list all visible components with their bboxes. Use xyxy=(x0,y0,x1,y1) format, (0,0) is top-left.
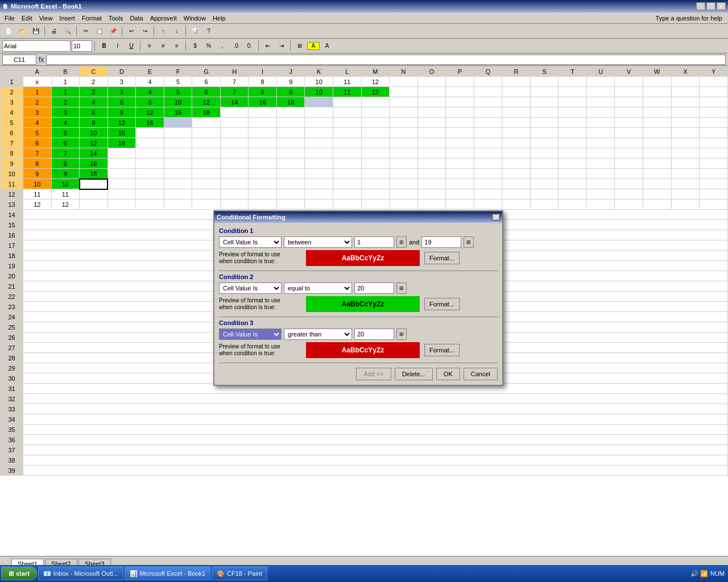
cell-G1[interactable]: 6 xyxy=(192,77,221,87)
condition2-value1-picker[interactable]: ⊞ xyxy=(396,282,407,294)
cell-G8[interactable] xyxy=(192,148,221,159)
cell-O9[interactable] xyxy=(417,159,446,169)
condition1-operator-select[interactable]: between not between equal to not equal t… xyxy=(284,236,352,248)
cell-E11[interactable] xyxy=(136,179,164,189)
cell-K13[interactable] xyxy=(305,199,333,210)
font-color-button[interactable]: A xyxy=(321,40,333,52)
cell-U5[interactable] xyxy=(586,118,615,128)
cell-N8[interactable] xyxy=(390,148,418,159)
col-Y[interactable]: Y xyxy=(700,66,728,77)
cell-Q9[interactable] xyxy=(474,159,502,169)
cell-B13[interactable]: 12 xyxy=(51,199,80,210)
col-E[interactable]: E xyxy=(136,66,164,77)
col-B[interactable]: B xyxy=(51,66,80,77)
cell-R6[interactable] xyxy=(502,128,531,138)
copy-button[interactable]: 📋 xyxy=(93,26,106,37)
cell-T11[interactable] xyxy=(559,179,587,189)
cell-F10[interactable] xyxy=(164,169,192,179)
chart-button[interactable]: 📊 xyxy=(189,26,201,37)
cell-C13[interactable] xyxy=(80,199,108,210)
cell-K9[interactable] xyxy=(305,159,333,169)
cell-P11[interactable] xyxy=(446,179,474,189)
cell-V6[interactable] xyxy=(615,128,643,138)
col-O[interactable]: O xyxy=(417,66,446,77)
cell-P3[interactable] xyxy=(446,97,474,107)
cell-C3[interactable]: 4 xyxy=(80,97,108,107)
cell-I2[interactable]: 8 xyxy=(249,87,277,97)
cell-X13[interactable] xyxy=(671,199,700,210)
font-name-input[interactable] xyxy=(2,40,71,52)
cell-J11[interactable] xyxy=(276,179,305,189)
cell-Q12[interactable] xyxy=(474,189,502,199)
cell-D2[interactable]: 3 xyxy=(107,87,136,97)
cell-K7[interactable] xyxy=(305,138,333,148)
cell-H3[interactable]: 14 xyxy=(220,97,249,107)
cell-W2[interactable] xyxy=(643,87,672,97)
cell-B9[interactable]: 8 xyxy=(51,159,80,169)
cell-Y3[interactable] xyxy=(700,97,728,107)
cell-G5[interactable] xyxy=(192,118,221,128)
bold-button[interactable]: B xyxy=(98,40,110,52)
cell-K3[interactable] xyxy=(305,97,333,107)
cell-E6[interactable] xyxy=(136,128,164,138)
cell-H5[interactable] xyxy=(220,118,249,128)
cell-U4[interactable] xyxy=(586,107,615,118)
menu-format[interactable]: Format xyxy=(78,14,105,23)
cell-V8[interactable] xyxy=(615,148,643,159)
cell-U8[interactable] xyxy=(586,148,615,159)
cell-U7[interactable] xyxy=(586,138,615,148)
cell-M1[interactable]: 12 xyxy=(361,77,390,87)
cell-M2[interactable]: 12 xyxy=(361,87,390,97)
cell-C8[interactable]: 14 xyxy=(80,148,108,159)
cell-V10[interactable] xyxy=(615,169,643,179)
cell-S8[interactable] xyxy=(530,148,559,159)
cell-X11[interactable] xyxy=(671,179,700,189)
help-search[interactable]: Type a question for help xyxy=(656,15,727,22)
cell-V1[interactable] xyxy=(615,77,643,87)
cell-M8[interactable] xyxy=(361,148,390,159)
cell-N4[interactable] xyxy=(390,107,418,118)
cell-H4[interactable] xyxy=(220,107,249,118)
indent-decrease-button[interactable]: ⇤ xyxy=(262,40,274,52)
col-Q[interactable]: Q xyxy=(474,66,502,77)
cell-K5[interactable] xyxy=(305,118,333,128)
cell-W3[interactable] xyxy=(643,97,672,107)
align-center-button[interactable]: ≡ xyxy=(157,40,169,52)
col-V[interactable]: V xyxy=(615,66,643,77)
cell-V12[interactable] xyxy=(615,189,643,199)
cell-H2[interactable]: 7 xyxy=(220,87,249,97)
cell-D10[interactable] xyxy=(107,169,136,179)
cell-D7[interactable]: 18 xyxy=(107,138,136,148)
cell-S9[interactable] xyxy=(530,159,559,169)
cell-F8[interactable] xyxy=(164,148,192,159)
cell-J6[interactable] xyxy=(276,128,305,138)
cell-K8[interactable] xyxy=(305,148,333,159)
cell-A34[interactable] xyxy=(23,414,728,425)
cell-V13[interactable] xyxy=(615,199,643,210)
cell-I9[interactable] xyxy=(249,159,277,169)
cell-U10[interactable] xyxy=(586,169,615,179)
cell-X4[interactable] xyxy=(671,107,700,118)
cell-O12[interactable] xyxy=(417,189,446,199)
condition3-value1-picker[interactable]: ⊞ xyxy=(396,329,407,340)
align-right-button[interactable]: ≡ xyxy=(171,40,183,52)
cell-H11[interactable] xyxy=(220,179,249,189)
cell-N5[interactable] xyxy=(390,118,418,128)
sort-desc-button[interactable]: ↓ xyxy=(171,26,183,37)
cell-T1[interactable] xyxy=(559,77,587,87)
cell-A1[interactable]: x xyxy=(23,77,52,87)
taskbar-outlook[interactable]: 📧 Inbox - Microsoft Outl... xyxy=(38,567,123,580)
cell-D1[interactable]: 3 xyxy=(107,77,136,87)
menu-help[interactable]: Help xyxy=(209,14,229,23)
condition1-type-select[interactable]: Cell Value Is xyxy=(219,236,282,248)
font-size-input[interactable] xyxy=(72,40,92,52)
new-button[interactable]: 📄 xyxy=(2,26,15,37)
cell-H13[interactable] xyxy=(220,199,249,210)
cell-B12[interactable]: 11 xyxy=(51,189,80,199)
cell-C11[interactable] xyxy=(80,179,108,189)
cell-R9[interactable] xyxy=(502,159,531,169)
cell-X7[interactable] xyxy=(671,138,700,148)
cell-M6[interactable] xyxy=(361,128,390,138)
cell-I8[interactable] xyxy=(249,148,277,159)
cell-F1[interactable]: 5 xyxy=(164,77,192,87)
